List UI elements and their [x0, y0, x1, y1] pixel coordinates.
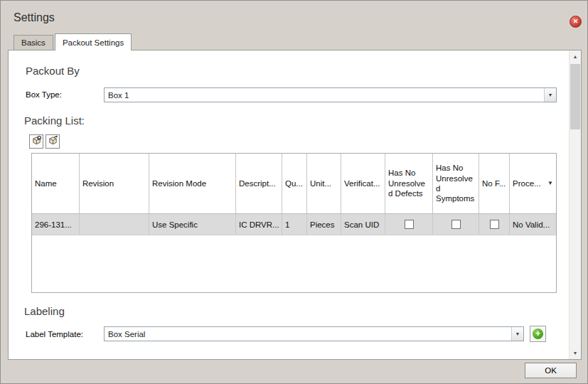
sort-arrow-icon[interactable]: ▼	[547, 180, 553, 187]
table-row[interactable]: 296-131... Use Specific IC DRVR... 1 Pie…	[32, 214, 556, 235]
has-no-unresolved-defects-checkbox[interactable]	[405, 220, 414, 229]
add-label-template-button[interactable]: +	[530, 326, 546, 342]
tab-strip: Basics Packout Settings	[14, 33, 132, 50]
box-type-value: Box 1	[105, 88, 544, 102]
cell-units[interactable]: Pieces	[307, 214, 341, 235]
packing-list-heading: Packing List:	[24, 114, 85, 127]
cell-description[interactable]: IC DRVR...	[236, 214, 282, 235]
label-template-combobox[interactable]: Box Serial ▼	[104, 326, 524, 341]
cell-revision[interactable]	[80, 214, 149, 235]
tab-basics[interactable]: Basics	[14, 35, 53, 50]
vertical-scrollbar[interactable]: ▲ ▼	[569, 50, 581, 359]
column-header-quantity[interactable]: Qu...	[282, 154, 307, 213]
box-type-label: Box Type:	[26, 90, 62, 99]
cell-verification[interactable]: Scan UID	[341, 214, 385, 235]
settings-dialog: Settings ✕ Basics Packout Settings Packo…	[0, 0, 588, 384]
packout-settings-panel: Packout By Box Type: Box 1 ▼ Packing Lis…	[8, 50, 582, 360]
close-button[interactable]: ✕	[570, 16, 582, 28]
column-header-name[interactable]: Name	[32, 154, 80, 213]
scrollbar-thumb[interactable]	[570, 64, 580, 129]
column-header-no-fail[interactable]: No F...	[479, 154, 510, 213]
table-header-row: Name Revision Revision Mode Descript... …	[32, 154, 556, 214]
close-icon: ✕	[573, 18, 579, 25]
labeling-heading: Labeling	[24, 305, 65, 317]
packing-list-toolbar	[29, 134, 60, 149]
scroll-up-button[interactable]: ▲	[570, 50, 581, 63]
cell-has-no-unresolved-defects	[385, 214, 433, 235]
column-header-has-no-unresolved-symptoms[interactable]: Has No Unresolved Symptoms	[433, 154, 479, 213]
column-header-revision-mode[interactable]: Revision Mode	[149, 154, 236, 213]
ok-button[interactable]: OK	[525, 363, 577, 378]
add-package-icon	[31, 135, 42, 148]
plus-icon: +	[533, 329, 543, 339]
scroll-down-button[interactable]: ▼	[570, 347, 581, 359]
column-header-process[interactable]: Proce... ▼	[510, 154, 556, 213]
column-header-units[interactable]: Unit...	[307, 154, 341, 213]
add-item-button[interactable]	[29, 134, 43, 149]
box-type-combobox[interactable]: Box 1 ▼	[104, 87, 557, 102]
column-header-revision[interactable]: Revision	[80, 154, 149, 213]
dialog-title: Settings	[14, 11, 55, 24]
column-header-verification[interactable]: Verificat...	[341, 154, 385, 213]
label-template-label: Label Template:	[26, 330, 83, 338]
cell-process[interactable]: No Valid...	[510, 214, 556, 235]
packout-by-heading: Packout By	[26, 65, 80, 77]
scroll-up-icon: ▲	[573, 54, 578, 59]
packing-list-table: Name Revision Revision Mode Descript... …	[31, 153, 557, 293]
column-header-process-label: Proce...	[513, 178, 541, 188]
tab-packout-settings[interactable]: Packout Settings	[55, 33, 132, 50]
cell-no-fail	[479, 214, 510, 235]
chevron-down-icon[interactable]: ▼	[511, 327, 523, 341]
column-header-has-no-unresolved-defects[interactable]: Has No Unresolved Defects	[385, 154, 433, 213]
cell-revision-mode[interactable]: Use Specific	[149, 214, 236, 235]
chevron-down-icon[interactable]: ▼	[544, 88, 556, 102]
has-no-unresolved-symptoms-checkbox[interactable]	[451, 220, 461, 229]
cell-has-no-unresolved-symptoms	[433, 214, 479, 235]
remove-item-button[interactable]	[46, 134, 60, 149]
cell-quantity[interactable]: 1	[282, 214, 307, 235]
remove-package-icon	[48, 135, 58, 148]
no-fail-checkbox[interactable]	[490, 220, 499, 229]
label-template-value: Box Serial	[105, 327, 511, 341]
scroll-down-icon: ▼	[573, 351, 578, 356]
column-header-description[interactable]: Descript...	[236, 154, 282, 213]
cell-name[interactable]: 296-131...	[32, 214, 80, 235]
